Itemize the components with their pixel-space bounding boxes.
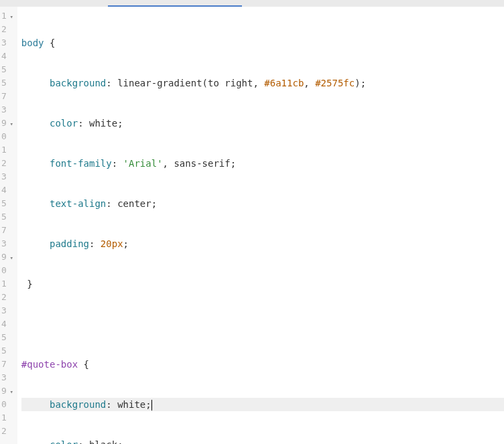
fold-icon[interactable]: ▾ xyxy=(8,251,13,265)
code-editor[interactable]: 1▾2 3 4 5 5 7 3 9▾0 1 2 3 4 5 5 7 3 9▾0 … xyxy=(0,7,504,444)
value: to right xyxy=(208,78,253,88)
line-number: 4 xyxy=(1,183,13,197)
line-number: 4 xyxy=(1,317,13,331)
property: color xyxy=(50,439,78,444)
code-line[interactable]: font-family: 'Arial', sans-serif; xyxy=(21,157,504,170)
line-number: 9▾ xyxy=(1,250,13,264)
property: padding xyxy=(50,238,89,249)
line-number: 5 xyxy=(1,76,13,90)
line-number: 7 xyxy=(1,90,13,103)
line-number: 2 xyxy=(1,291,13,304)
line-number: 9▾ xyxy=(1,384,13,398)
property: background xyxy=(50,399,106,410)
line-number: 2 xyxy=(1,425,13,438)
line-number: 2 xyxy=(1,23,13,36)
line-number: 4 xyxy=(1,50,13,63)
code-line[interactable]: color: white; xyxy=(21,117,504,130)
line-number: 0 xyxy=(1,130,13,143)
line-number: 5 xyxy=(1,197,13,210)
brace: { xyxy=(78,359,89,370)
line-number: 3 xyxy=(1,170,13,183)
line-number: 1 xyxy=(1,277,13,291)
brace: { xyxy=(44,38,56,48)
line-number: 3 xyxy=(1,371,13,384)
line-number: 7 xyxy=(1,224,13,237)
code-line[interactable]: color: black; xyxy=(21,438,504,444)
color: #6a11cb xyxy=(264,78,304,88)
code-line[interactable]: body { xyxy=(21,36,504,50)
unit: px xyxy=(112,238,123,249)
property: font-family xyxy=(50,158,112,169)
brace: } xyxy=(27,279,32,289)
code-line-active[interactable]: background: white; xyxy=(21,398,504,411)
value: white xyxy=(117,399,145,410)
tab-bar xyxy=(0,0,504,7)
code-line[interactable]: padding: 20px; xyxy=(21,237,504,250)
line-number: 1▾ xyxy=(1,9,13,23)
code-line[interactable]: background: linear-gradient(to right, #6… xyxy=(21,76,504,90)
number: 20 xyxy=(101,238,112,249)
func: linear-gradient xyxy=(117,78,202,88)
line-number: 9▾ xyxy=(1,117,13,130)
code-line[interactable]: text-align: center; xyxy=(21,197,504,210)
line-number: 3 xyxy=(1,237,13,250)
line-number: 2 xyxy=(1,157,13,170)
fold-icon[interactable]: ▾ xyxy=(8,385,13,398)
line-number: 3 xyxy=(1,36,13,50)
line-number: 3 xyxy=(1,103,13,117)
line-number: 3 xyxy=(1,304,13,317)
value: center xyxy=(117,198,151,209)
fold-icon[interactable]: ▾ xyxy=(8,10,13,23)
text-cursor xyxy=(151,400,152,411)
fold-icon[interactable]: ▾ xyxy=(8,117,13,131)
line-number: 0 xyxy=(1,264,13,277)
line-number: 5 xyxy=(1,331,13,344)
value: white xyxy=(89,118,117,129)
code-line[interactable]: #quote-box { xyxy=(21,358,504,371)
code-line[interactable] xyxy=(21,317,504,331)
line-gutter: 1▾2 3 4 5 5 7 3 9▾0 1 2 3 4 5 5 7 3 9▾0 … xyxy=(0,7,17,444)
selector: #quote-box xyxy=(21,359,78,370)
line-number: 5 xyxy=(1,210,13,224)
value: sans-serif xyxy=(174,158,230,169)
value: black xyxy=(89,439,117,444)
line-number: 1 xyxy=(1,143,13,157)
line-number: 0 xyxy=(1,398,13,411)
property: color xyxy=(50,118,78,129)
line-number: 5 xyxy=(1,63,13,76)
string: 'Arial' xyxy=(123,158,163,169)
color: #2575fc xyxy=(315,78,355,88)
property: text-align xyxy=(50,198,106,209)
code-area[interactable]: body { background: linear-gradient(to ri… xyxy=(17,7,504,444)
code-line[interactable]: } xyxy=(21,277,504,291)
line-number: 7 xyxy=(1,358,13,371)
line-number: 1 xyxy=(1,411,13,425)
selector: body xyxy=(21,38,44,48)
colon: : xyxy=(106,78,117,88)
property: background xyxy=(50,78,106,88)
line-number: 5 xyxy=(1,344,13,358)
